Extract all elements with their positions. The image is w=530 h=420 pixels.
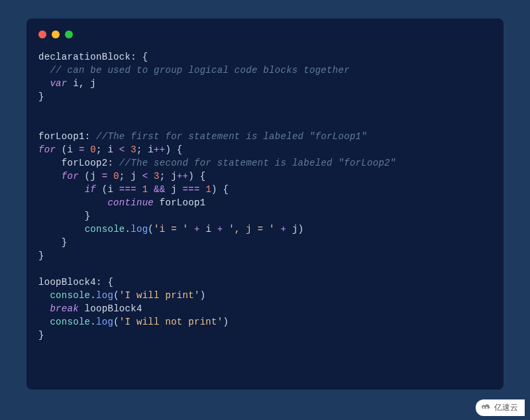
- code-token: =: [79, 144, 85, 155]
- code-token: 0: [90, 144, 96, 155]
- code-token: 'i = ': [154, 224, 188, 235]
- code-token: forLoop2: [62, 158, 108, 168]
- code-token: [38, 171, 62, 182]
- code-token: ) {: [188, 171, 205, 182]
- code-token: [148, 184, 154, 195]
- code-token: ; i: [96, 144, 119, 155]
- code-token: [38, 184, 85, 195]
- code-token: +: [188, 224, 205, 235]
- cloud-icon: [481, 403, 492, 413]
- code-token: ', j = ': [229, 224, 275, 235]
- code-token: [38, 158, 62, 168]
- code-token: //The second for statement is labeled "f…: [119, 158, 396, 168]
- code-token: ; j: [119, 171, 142, 182]
- code-token: [38, 290, 50, 301]
- code-token: :: [131, 52, 142, 62]
- code-token: .: [125, 224, 131, 235]
- code-window: declarationBlock: { // can be used to gr…: [26, 19, 504, 390]
- code-token: loopBlock4: [38, 277, 96, 288]
- minimize-icon[interactable]: [52, 30, 60, 38]
- code-token: (i: [96, 184, 119, 195]
- code-token: if: [85, 184, 96, 195]
- code-token: var: [50, 78, 67, 89]
- code-token: break: [50, 303, 79, 314]
- code-token: [38, 65, 50, 76]
- code-token: (i: [56, 144, 79, 155]
- code-token: ; i: [136, 144, 154, 155]
- code-token: +: [275, 224, 292, 235]
- code-token: log: [96, 290, 113, 301]
- code-token: declarationBlock: [38, 52, 131, 62]
- code-token: ++: [154, 144, 165, 155]
- code-token: i, j: [68, 78, 97, 89]
- code-area: declarationBlock: { // can be used to gr…: [38, 50, 492, 342]
- code-token: for: [62, 171, 79, 182]
- code-token: for: [38, 144, 56, 155]
- code-token: [38, 317, 50, 327]
- code-token: }: [38, 91, 44, 102]
- code-token: ===: [183, 184, 200, 195]
- code-token: }: [38, 330, 44, 341]
- code-token: 'I will print': [119, 290, 200, 301]
- code-token: console: [85, 224, 125, 235]
- code-token: forLoop1: [154, 197, 205, 208]
- code-token: +: [211, 224, 229, 235]
- traffic-lights: [38, 30, 492, 38]
- code-token: (j: [79, 171, 102, 182]
- close-icon[interactable]: [38, 30, 46, 38]
- code-token: ): [200, 290, 206, 301]
- code-token: ; j: [160, 171, 177, 182]
- code-token: ): [223, 317, 229, 327]
- code-token: }: [85, 211, 91, 221]
- code-token: // can be used to group logical code blo…: [50, 65, 349, 76]
- code-token: console: [50, 317, 90, 327]
- code-token: (: [113, 290, 119, 301]
- code-token: &&: [154, 184, 165, 195]
- code-token: }: [38, 250, 44, 261]
- code-token: ) {: [165, 144, 182, 155]
- code-token: log: [96, 317, 113, 327]
- code-token: :: [85, 131, 96, 142]
- code-token: <: [119, 144, 125, 155]
- code-token: }: [62, 237, 68, 248]
- watermark-text: 亿速云: [494, 402, 518, 413]
- code-token: :: [107, 158, 119, 168]
- code-token: [38, 211, 85, 221]
- code-token: [38, 224, 85, 235]
- code-token: console: [50, 290, 90, 301]
- code-token: (: [113, 317, 119, 327]
- code-token: ===: [119, 184, 136, 195]
- code-token: [38, 237, 62, 248]
- code-token: 0: [113, 171, 119, 182]
- code-token: ++: [177, 171, 188, 182]
- code-token: [125, 144, 131, 155]
- code-token: forLoop1: [38, 131, 85, 142]
- code-token: ): [298, 224, 304, 235]
- code-token: 3: [131, 144, 136, 155]
- code-token: log: [131, 224, 148, 235]
- code-token: [38, 303, 50, 314]
- watermark: 亿速云: [476, 399, 525, 416]
- code-token: //The first for statement is labeled "fo…: [96, 131, 367, 142]
- code-token: 1: [205, 184, 211, 195]
- code-token: 3: [154, 171, 160, 182]
- code-token: {: [142, 52, 148, 62]
- code-token: j: [292, 224, 298, 235]
- code-token: (: [148, 224, 154, 235]
- code-token: [38, 197, 107, 208]
- code-token: 'I will not print': [119, 317, 223, 327]
- code-token: :: [96, 277, 107, 288]
- code-token: loopBlock4: [79, 303, 142, 314]
- code-token: [38, 78, 50, 89]
- code-token: [107, 171, 113, 182]
- code-token: i: [205, 224, 211, 235]
- code-token: ) {: [211, 184, 229, 195]
- code-token: [148, 171, 154, 182]
- code-token: {: [107, 277, 113, 288]
- code-token: j: [165, 184, 182, 195]
- code-token: continue: [107, 197, 154, 208]
- code-token: .: [90, 290, 96, 301]
- code-token: [136, 184, 142, 195]
- maximize-icon[interactable]: [65, 30, 73, 38]
- code-token: .: [90, 317, 96, 327]
